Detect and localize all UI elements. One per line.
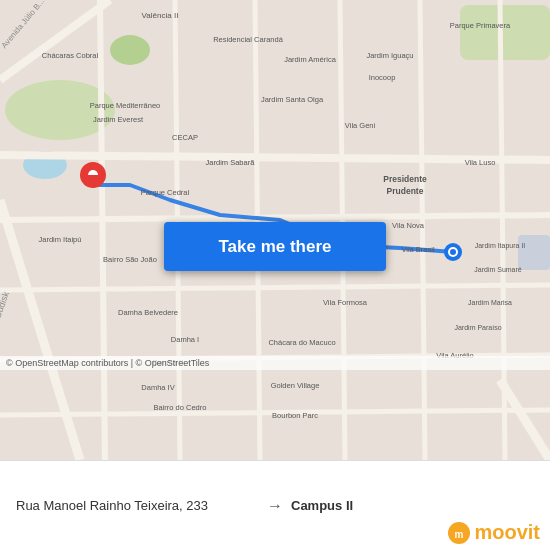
svg-text:CECAP: CECAP [172, 133, 198, 142]
svg-text:Vila Formosa: Vila Formosa [323, 298, 368, 307]
svg-text:Jardim Marisa: Jardim Marisa [468, 299, 512, 306]
svg-point-61 [450, 249, 456, 255]
svg-text:Presidente: Presidente [383, 174, 427, 184]
route-info: Rua Manoel Rainho Teixeira, 233 → Campus… [16, 497, 534, 515]
svg-text:Jardim Paraíso: Jardim Paraíso [454, 324, 501, 331]
svg-text:Parque Mediterrâneo: Parque Mediterrâneo [90, 101, 160, 110]
svg-text:Jardim Itaipú: Jardim Itaipú [39, 235, 82, 244]
svg-text:Jardim Sumaré: Jardim Sumaré [474, 266, 522, 273]
moovit-logo: m moovit [448, 521, 540, 544]
svg-rect-3 [460, 5, 550, 60]
moovit-logo-text: moovit [474, 521, 540, 544]
svg-text:Inocoop: Inocoop [369, 73, 396, 82]
svg-text:Jardim Santa Olga: Jardim Santa Olga [261, 95, 324, 104]
origin-text: Rua Manoel Rainho Teixeira, 233 [16, 498, 259, 513]
svg-text:Parque Primavera: Parque Primavera [450, 21, 511, 30]
svg-text:m: m [455, 528, 464, 539]
svg-text:Chácaras Cobral: Chácaras Cobral [42, 51, 99, 60]
svg-text:Prudente: Prudente [387, 186, 424, 196]
svg-point-2 [110, 35, 150, 65]
svg-text:Jardim Sabarã: Jardim Sabarã [206, 158, 256, 167]
svg-text:Vila Brasil: Vila Brasil [401, 245, 435, 254]
destination-text: Campus II [291, 498, 534, 513]
svg-text:Bourbon Parc: Bourbon Parc [272, 411, 318, 420]
take-me-there-button[interactable]: Take me there [164, 222, 386, 271]
svg-text:Vila Luso: Vila Luso [465, 158, 496, 167]
svg-text:Valência II: Valência II [142, 11, 179, 20]
svg-text:Vila Geni: Vila Geni [345, 121, 376, 130]
bottom-bar: Rua Manoel Rainho Teixeira, 233 → Campus… [0, 460, 550, 550]
svg-text:Vila Nova: Vila Nova [392, 221, 425, 230]
svg-text:Parque Cedral: Parque Cedral [141, 188, 190, 197]
svg-text:Golden Village: Golden Village [271, 381, 320, 390]
svg-text:Damha IV: Damha IV [141, 383, 174, 392]
svg-text:Damha Belvedere: Damha Belvedere [118, 308, 178, 317]
svg-text:Jardim Iguaçu: Jardim Iguaçu [366, 51, 413, 60]
svg-text:Jardim Itapura II: Jardim Itapura II [475, 242, 526, 250]
svg-text:Jardim Everest: Jardim Everest [93, 115, 144, 124]
svg-text:Chácara do Macuco: Chácara do Macuco [268, 338, 335, 347]
map-container: Rodovia Júlio Budisk Avenida Júlio B... … [0, 0, 550, 460]
svg-text:Bairro do Cedro: Bairro do Cedro [154, 403, 207, 412]
moovit-logo-icon: m [448, 522, 470, 544]
svg-text:Damha I: Damha I [171, 335, 199, 344]
svg-rect-62 [518, 235, 550, 270]
svg-text:Residencial Carandá: Residencial Carandá [213, 35, 283, 44]
attribution: © OpenStreetMap contributors | © OpenStr… [0, 356, 550, 370]
arrow-icon: → [267, 497, 283, 515]
svg-text:Bairro São João: Bairro São João [103, 255, 157, 264]
svg-text:Jardim América: Jardim América [284, 55, 337, 64]
